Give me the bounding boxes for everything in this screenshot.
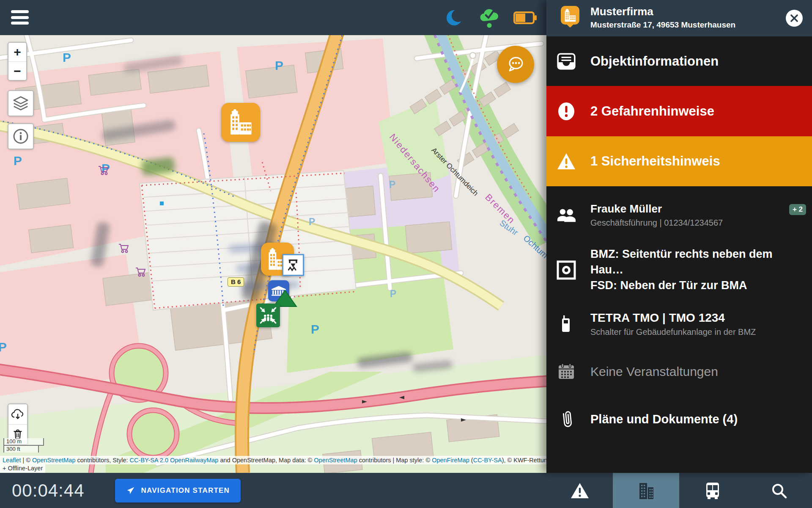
info-control xyxy=(8,123,34,149)
layers-control xyxy=(8,90,34,116)
mission-timer: 00:04:44 xyxy=(12,480,85,501)
battery-half-icon xyxy=(513,11,537,24)
row-documents[interactable]: Pläne und Dokumente (4) xyxy=(546,392,812,447)
row-security-notes[interactable]: 1 Sicherheitshinweis xyxy=(546,136,812,186)
tab-objects[interactable] xyxy=(613,473,679,508)
navigation-arrow-icon xyxy=(126,486,135,495)
map-attribution: Leaflet | © OpenStreetMap contributors, … xyxy=(0,456,546,473)
row-title: Objektinformationen xyxy=(590,54,729,69)
status-icon-group xyxy=(444,0,537,35)
zoom-out-button[interactable]: − xyxy=(8,61,26,80)
map-scale-control: 100 m 300 ft xyxy=(3,438,44,453)
zoom-control: + − xyxy=(8,42,27,81)
layers-icon xyxy=(12,96,29,111)
suction-point-icon[interactable] xyxy=(282,254,304,276)
plus-icon: + xyxy=(14,45,21,59)
road-ref-badge: B 6 xyxy=(228,277,244,287)
object-sidebar: Musterfirma Musterstraße 17, 49653 Muste… xyxy=(546,0,812,473)
attribution-line1: Leaflet | © OpenStreetMap contributors, … xyxy=(0,456,546,464)
building-marker-icon xyxy=(561,6,579,25)
chat-fab-button[interactable] xyxy=(497,46,534,83)
row-radio[interactable]: TETRA TMO | TMO 1234 Schalter für Gebäud… xyxy=(546,296,812,351)
contact-name: Frauke Müller xyxy=(590,202,723,215)
row-events[interactable]: Keine Veranstaltungen xyxy=(546,351,812,392)
app-window: Niedersachsen Arster Ochtumdeich Bremen … xyxy=(0,0,812,508)
shopping-cart-icon xyxy=(118,243,129,254)
zoom-in-button[interactable]: + xyxy=(8,43,26,61)
search-icon xyxy=(770,482,788,500)
warning-triangle-icon xyxy=(557,152,576,170)
radio-handset-icon xyxy=(557,315,576,333)
fsd-location: FSD: Neben der Tür zur BMA xyxy=(590,278,802,293)
row-title: Keine Veranstaltungen xyxy=(590,364,728,379)
radio-channel: TETRA TMO | TMO 1234 xyxy=(590,311,756,325)
chat-bubble-icon xyxy=(506,55,525,74)
row-title: Pläne und Dokumente (4) xyxy=(590,412,748,426)
start-navigation-label: NAVIGATION STARTEN xyxy=(141,486,230,495)
assembly-point-icon[interactable] xyxy=(256,304,280,327)
map-canvas[interactable]: Niedersachsen Arster Ochtumdeich Bremen … xyxy=(0,35,546,473)
row-title: 2 Gefahrenhinweise xyxy=(590,104,724,119)
more-contacts-badge[interactable]: + 2 xyxy=(789,204,806,215)
warning-triangle-icon xyxy=(570,482,590,500)
row-title: 1 Sicherheitshinweis xyxy=(590,154,730,169)
bmz-panel-icon xyxy=(557,260,576,280)
offline-download-button[interactable] xyxy=(8,404,27,424)
scale-imperial: 300 ft xyxy=(3,445,39,453)
paperclip-icon xyxy=(557,409,576,429)
object-address: Musterstraße 17, 49653 Musterhausen xyxy=(590,20,735,30)
layers-button[interactable] xyxy=(8,91,33,116)
calendar-icon xyxy=(557,363,576,381)
bmz-location: BMZ: Seitentür rechts neben dem Hau… xyxy=(590,246,802,278)
attribution-line2: + Offline-Layer xyxy=(0,464,45,473)
tab-search[interactable] xyxy=(746,473,812,508)
shopping-cart-icon xyxy=(135,267,146,277)
shopping-cart-icon xyxy=(98,166,109,176)
moon-icon xyxy=(444,7,466,29)
bus-icon xyxy=(704,481,721,500)
tab-warnings[interactable] xyxy=(546,473,613,508)
info-button[interactable] xyxy=(8,124,33,149)
top-bar xyxy=(0,0,546,35)
row-object-information[interactable]: Objektinformationen xyxy=(546,36,812,86)
leaflet-link[interactable]: Leaflet xyxy=(3,457,21,464)
close-icon xyxy=(790,14,798,22)
row-danger-notes[interactable]: 2 Gefahrenhinweise xyxy=(546,86,812,136)
info-icon xyxy=(13,128,29,144)
inbox-icon xyxy=(557,52,576,70)
row-contact[interactable]: Frauke Müller Geschäftsführung | 01234/1… xyxy=(546,186,812,243)
tab-vehicles[interactable] xyxy=(679,473,746,508)
openrailwaymap-link[interactable]: CC-BY-SA 2.0 OpenRailwayMap xyxy=(130,457,219,464)
building-marker-orange-north[interactable] xyxy=(221,103,260,142)
buildings-icon xyxy=(637,481,655,500)
cloud-download-icon xyxy=(11,409,25,420)
hamburger-menu-icon[interactable] xyxy=(11,10,29,25)
osm-link[interactable]: OpenStreetMap xyxy=(32,457,75,464)
sidebar-header: Musterfirma Musterstraße 17, 49653 Muste… xyxy=(546,0,812,36)
row-bmz-fsd[interactable]: BMZ: Seitentür rechts neben dem Hau… FSD… xyxy=(546,243,812,296)
minus-icon: − xyxy=(14,64,21,78)
openfiremap-link[interactable]: OpenFireMap xyxy=(432,457,469,464)
close-sidebar-button[interactable] xyxy=(786,10,803,27)
ccbysa-link[interactable]: CC-BY-SA xyxy=(473,457,502,464)
start-navigation-button[interactable]: NAVIGATION STARTEN xyxy=(115,479,241,502)
cloud-sync-ok-icon xyxy=(479,6,501,30)
sidebar-tab-bar xyxy=(546,473,812,508)
people-icon xyxy=(557,207,576,223)
osm-link2[interactable]: OpenStreetMap xyxy=(314,457,357,464)
object-title: Musterfirma xyxy=(590,5,653,18)
error-circle-icon xyxy=(557,102,576,121)
contact-role-phone: Geschäftsführung | 01234/1234567 xyxy=(590,218,723,228)
radio-note: Schalter für Gebäudefunkanlage in der BM… xyxy=(590,327,756,337)
bottom-bar: 00:04:44 NAVIGATION STARTEN xyxy=(0,473,546,508)
